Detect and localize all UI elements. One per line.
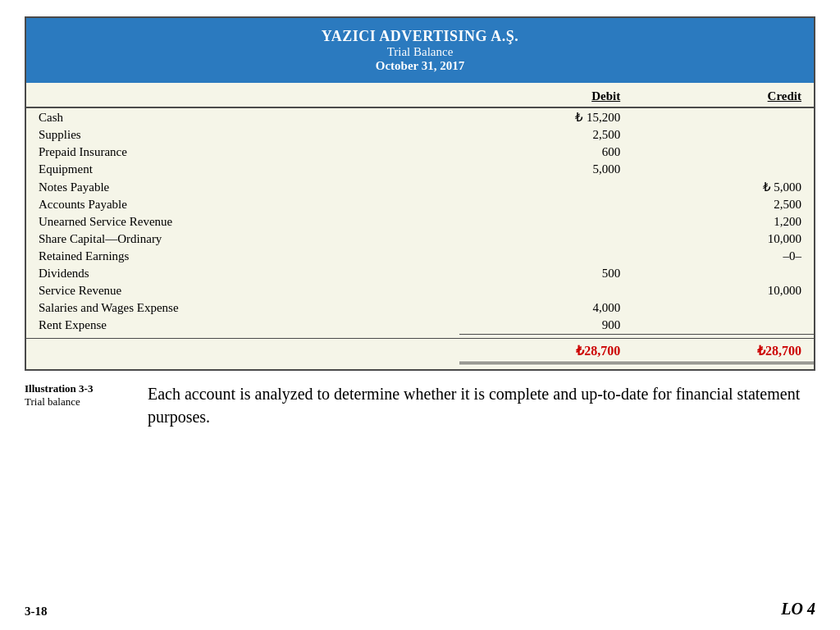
col-header-account [26, 83, 459, 107]
credit-cell [632, 265, 814, 282]
table-row: Dividends500 [26, 265, 814, 282]
padding-row [26, 363, 814, 369]
lo-label: LO 4 [781, 600, 815, 619]
credit-cell: 1,200 [632, 213, 814, 231]
table-row: Supplies2,500 [26, 126, 814, 144]
account-name-cell: Rent Expense [26, 317, 459, 335]
table-row: Accounts Payable2,500 [26, 196, 814, 213]
col-header-credit: Credit [632, 83, 814, 107]
account-name-cell: Notes Payable [26, 178, 459, 196]
credit-cell: –0– [632, 248, 814, 265]
debit-cell: 2,500 [459, 126, 632, 144]
table-row: Cash₺ 15,200 [26, 107, 814, 126]
credit-cell [632, 126, 814, 144]
account-name-cell: Retained Earnings [26, 248, 459, 265]
totals-debit: ₺28,700 [459, 338, 632, 363]
account-name-cell: Equipment [26, 161, 459, 178]
illustration-title: Illustration 3-3 [25, 382, 131, 395]
company-name: YAZICI ADVERTISING A.Ş. [34, 28, 806, 45]
credit-cell: ₺ 5,000 [632, 178, 814, 196]
totals-credit: ₺28,700 [632, 338, 814, 363]
report-title: Trial Balance [34, 45, 806, 59]
table-row: Share Capital—Ordinary10,000 [26, 231, 814, 248]
account-name-cell: Salaries and Wages Expense [26, 299, 459, 317]
account-name-cell: Supplies [26, 126, 459, 144]
debit-cell: 500 [459, 265, 632, 282]
debit-cell [459, 213, 632, 231]
totals-row: ₺28,700₺28,700 [26, 338, 814, 363]
debit-cell [459, 231, 632, 248]
account-name-cell: Unearned Service Revenue [26, 213, 459, 231]
table-row: Salaries and Wages Expense4,000 [26, 299, 814, 317]
account-name-cell: Prepaid Insurance [26, 144, 459, 161]
table-row: Equipment5,000 [26, 161, 814, 178]
credit-cell [632, 299, 814, 317]
report-date: October 31, 2017 [34, 59, 806, 73]
illustration-label: Illustration 3-3 Trial balance [25, 382, 131, 409]
account-name-cell: Cash [26, 107, 459, 126]
credit-cell: 2,500 [632, 196, 814, 213]
table-row: Notes Payable₺ 5,000 [26, 178, 814, 196]
col-header-debit: Debit [459, 83, 632, 107]
debit-cell: ₺ 15,200 [459, 107, 632, 126]
credit-cell: 10,000 [632, 282, 814, 299]
trial-balance-table: Debit Credit Cash₺ 15,200Supplies2,500Pr… [26, 83, 814, 369]
table-row: Service Revenue10,000 [26, 282, 814, 299]
illustration-subtitle: Trial balance [25, 395, 131, 409]
account-name-cell: Accounts Payable [26, 196, 459, 213]
debit-cell: 4,000 [459, 299, 632, 317]
totals-label [26, 338, 459, 363]
debit-cell [459, 178, 632, 196]
account-name-cell: Dividends [26, 265, 459, 282]
debit-cell [459, 248, 632, 265]
table-row: Prepaid Insurance600 [26, 144, 814, 161]
bottom-section: Illustration 3-3 Trial balance Each acco… [25, 382, 815, 428]
page-container: YAZICI ADVERTISING A.Ş. Trial Balance Oc… [0, 0, 840, 630]
debit-cell [459, 196, 632, 213]
credit-cell [632, 144, 814, 161]
debit-cell: 600 [459, 144, 632, 161]
table-row: Rent Expense900 [26, 317, 814, 335]
debit-cell: 900 [459, 317, 632, 335]
debit-cell: 5,000 [459, 161, 632, 178]
description-text: Each account is analyzed to determine wh… [148, 382, 815, 428]
table-row: Retained Earnings–0– [26, 248, 814, 265]
card-header: YAZICI ADVERTISING A.Ş. Trial Balance Oc… [26, 18, 814, 83]
page-number: 3-18 [25, 605, 48, 619]
trial-balance-card: YAZICI ADVERTISING A.Ş. Trial Balance Oc… [25, 16, 815, 371]
debit-cell [459, 282, 632, 299]
account-name-cell: Service Revenue [26, 282, 459, 299]
credit-cell [632, 317, 814, 335]
credit-cell [632, 107, 814, 126]
table-row: Unearned Service Revenue1,200 [26, 213, 814, 231]
account-name-cell: Share Capital—Ordinary [26, 231, 459, 248]
credit-cell: 10,000 [632, 231, 814, 248]
credit-cell [632, 161, 814, 178]
